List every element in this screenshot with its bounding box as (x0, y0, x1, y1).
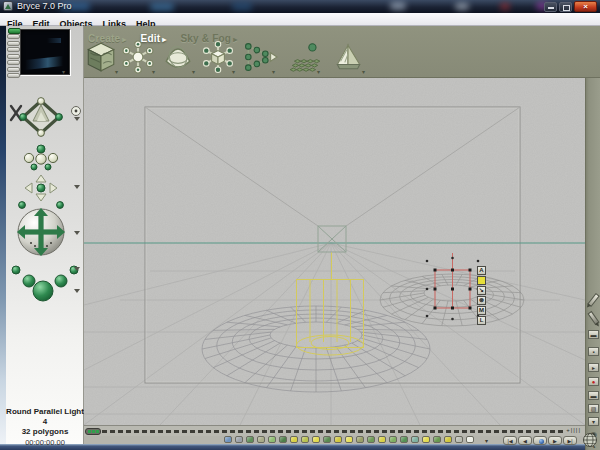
object-palette-icon[interactable] (400, 436, 408, 443)
preview-mode-button[interactable] (7, 47, 20, 52)
light-lab-button[interactable]: L (477, 316, 486, 325)
fov-spheres[interactable] (12, 266, 78, 301)
go-start-button[interactable]: |◀ (503, 436, 517, 445)
minimize-button[interactable] (544, 2, 557, 12)
orbit-sphere[interactable] (19, 202, 26, 209)
resize-tool-icon[interactable]: ▾ (121, 40, 155, 76)
attributes-button[interactable]: A (477, 266, 486, 275)
object-palette-icon[interactable] (323, 436, 331, 443)
maximize-button[interactable] (559, 2, 572, 12)
go-end-button[interactable]: ▶| (563, 436, 577, 445)
timeline-end-ticks: +|||| (566, 427, 581, 433)
object-palette-icon[interactable] (312, 436, 320, 443)
options-chevron[interactable]: ▾ (588, 417, 599, 426)
animation-timeline[interactable]: +|||| (84, 425, 585, 436)
object-palette-icon[interactable] (334, 436, 342, 443)
object-palette-icon[interactable] (246, 436, 254, 443)
close-button[interactable]: × (574, 1, 597, 12)
camera-controls[interactable] (6, 75, 84, 325)
status-readout: Round Parallel Light 4 32 polygons 00:00… (6, 407, 84, 448)
light-color-swatch[interactable] (477, 276, 486, 285)
desktop-blob (500, 3, 510, 10)
tip (585, 303, 591, 309)
preview-mode-button[interactable] (7, 34, 20, 39)
object-palette-icon[interactable] (422, 436, 430, 443)
bottom-palette-bar: ▾ |◀◀▶▶| (84, 436, 585, 444)
play-orb-icon (539, 439, 544, 444)
reposition-tool-icon[interactable]: ▾ (201, 40, 235, 76)
edit-toolbar: Create▸Edit▸Sky & Fog▸ ▾ (84, 26, 600, 78)
alignment-tool-icon[interactable]: ▾ (241, 40, 275, 76)
object-palette-icon[interactable] (290, 436, 298, 443)
desktop-blob (150, 3, 174, 11)
object-palette-icon[interactable] (367, 436, 375, 443)
preview-mode-button[interactable] (7, 60, 20, 65)
material-button[interactable]: M (477, 306, 486, 315)
viewport-canvas[interactable] (84, 78, 585, 425)
preview-mode-button[interactable] (7, 54, 20, 59)
timeline-track[interactable] (102, 430, 564, 433)
transport-controls: |◀◀▶▶| (503, 436, 578, 445)
step-forward-button[interactable]: ▶ (548, 436, 562, 445)
delete-button[interactable]: ⊗ (477, 296, 486, 305)
cube-glyph (84, 40, 118, 74)
palette-chevron-icon[interactable]: ▾ (485, 437, 488, 444)
texture-button[interactable]: ▬ (588, 391, 599, 400)
app-icon (3, 1, 13, 11)
left-control-palette: ▾ (6, 26, 84, 444)
pan-control[interactable] (25, 175, 57, 201)
object-palette-icon[interactable] (466, 436, 474, 443)
randomize-tool-icon[interactable]: ▾ (286, 40, 320, 76)
object-palette-icon[interactable] (433, 436, 441, 443)
object-palette-icon[interactable] (356, 436, 364, 443)
object-palette-icon[interactable] (455, 436, 463, 443)
terrain-editor-icon[interactable]: ▾ (331, 40, 365, 76)
blob-glyph (161, 40, 195, 74)
object-palette-icon[interactable] (268, 436, 276, 443)
object-palette-icon[interactable] (235, 436, 243, 443)
title-bar[interactable]: Bryce 7.0 Pro × (0, 0, 600, 13)
render-button[interactable]: ● (588, 377, 599, 386)
jack-glyph (121, 40, 155, 74)
object-palette-icon[interactable] (345, 436, 353, 443)
palette-tabs: Create▸Edit▸Sky & Fog▸ (88, 28, 251, 40)
banking-control[interactable] (24, 145, 57, 170)
timecode: 00:00:00.00 (6, 437, 84, 448)
menubar: FileEditObjectsLinksHelp (0, 13, 600, 26)
materials-cube-icon[interactable]: ▾ (84, 40, 118, 76)
pattern-button[interactable]: ▨ (588, 404, 599, 413)
rotate-tool-icon[interactable]: ▾ (161, 40, 195, 76)
object-palette-icon[interactable] (444, 436, 452, 443)
object-palette-icon[interactable] (378, 436, 386, 443)
timeline-scrubber[interactable] (85, 428, 101, 435)
object-palette-icon[interactable] (224, 436, 232, 443)
object-palette-icon[interactable] (411, 436, 419, 443)
object-palette-icon[interactable] (279, 436, 287, 443)
selection-hud: A↘⊗ML (477, 266, 487, 326)
object-palette-icon[interactable] (257, 436, 265, 443)
selected-object-name: Round Parallel Light 4 (6, 407, 84, 427)
scene-viewport[interactable]: A↘⊗ML (84, 78, 585, 425)
preview-mode-button[interactable] (7, 67, 20, 72)
view-control[interactable] (20, 98, 63, 137)
globe-icon[interactable] (582, 432, 598, 448)
play-mode-button[interactable]: ▸ (588, 363, 599, 372)
knife-icon[interactable] (587, 311, 599, 325)
orbit-sphere[interactable] (57, 202, 64, 209)
preview-mode-button[interactable] (7, 41, 20, 46)
desktop-blob (455, 3, 469, 10)
window-title: Bryce 7.0 Pro (17, 0, 72, 13)
camera-trackball[interactable] (17, 208, 65, 256)
object-palette-icon[interactable] (301, 436, 309, 443)
play-button[interactable] (533, 436, 547, 445)
link-arrow-button[interactable]: ↘ (477, 286, 486, 295)
object-palette-icon[interactable] (389, 436, 397, 443)
step-back-button[interactable]: ◀ (518, 436, 532, 445)
display-mode-button[interactable]: ▬ (588, 330, 599, 339)
target-button[interactable] (72, 107, 81, 116)
desktop-blob (232, 2, 252, 11)
wedge-glyph (331, 40, 365, 74)
pencil-icon[interactable] (587, 293, 600, 307)
edit-mode-button[interactable]: ▪ (588, 347, 599, 356)
bryce-window: Bryce 7.0 Pro × FileEditObjectsLinksHelp… (0, 0, 600, 450)
